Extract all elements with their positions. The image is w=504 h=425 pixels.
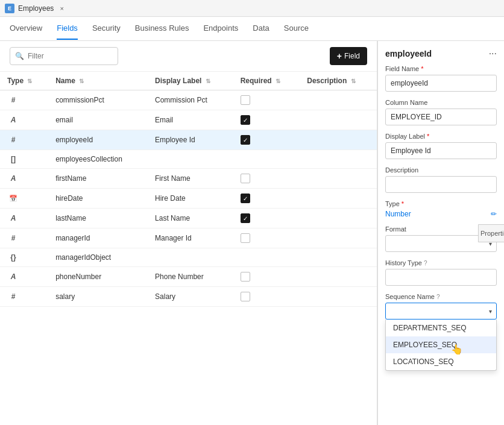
checkbox-unchecked[interactable] [241,233,250,243]
cell-name: hireDate [48,189,148,209]
sequence-name-input-wrap: ▾ [385,303,497,320]
field-name-input[interactable] [385,75,497,92]
field-name-required: * [421,65,423,72]
type-edit-icon[interactable]: ✏ [491,210,497,218]
nav-tabs: Overview Fields Security Business Rules … [0,17,504,41]
column-name-input[interactable] [385,109,497,125]
cell-display-label: Phone Number [148,267,233,287]
cell-display-label: Email [148,110,233,130]
table-row[interactable]: #salarySalary [0,287,377,307]
sequence-name-group: Sequence Name ? ▾ DEPARTMENTS_SEQ EMPLOY… [385,293,497,371]
column-name-label: Column Name [385,99,497,106]
tab-overview[interactable]: Overview [10,17,42,40]
search-icon: 🔍 [15,52,24,60]
tab-source[interactable]: Source [284,17,309,40]
history-type-help-icon[interactable]: ? [424,260,427,266]
left-panel: 🔍 + Field Type ⇅ Name [0,41,377,425]
col-required: Required ⇅ [233,72,300,90]
cell-display-label [148,248,233,267]
type-sort-icon[interactable]: ⇅ [27,78,32,84]
type-icon: A [7,116,19,124]
right-panel-header: employeeId ··· [378,41,504,59]
sequence-name-label: Sequence Name ? [385,293,497,300]
display-label-input[interactable] [385,142,497,159]
type-group: Type * Number ✏ [385,200,497,218]
table-row[interactable]: AphoneNumberPhone Number [0,267,377,287]
cell-required [233,287,300,307]
field-name-group: Field Name * [385,65,497,92]
add-field-button[interactable]: + Field [330,47,367,65]
type-icon: 📅 [7,195,19,203]
description-sort-icon[interactable]: ⇅ [351,78,356,84]
cell-type: A [0,169,48,189]
display-label-required: * [427,133,429,140]
cell-display-label: Commission Pct [148,90,233,110]
type-icon: {} [7,253,19,262]
dropdown-item-departments-seq[interactable]: DEPARTMENTS_SEQ [386,320,496,336]
checkbox-unchecked[interactable] [241,174,250,183]
table-row[interactable]: AfirstNameFirst Name [0,169,377,189]
table-wrap: Type ⇅ Name ⇅ Display Label ⇅ Required [0,72,377,425]
cell-required: ✓ [233,189,300,209]
checkbox-unchecked[interactable] [241,272,250,282]
checkbox-checked[interactable]: ✓ [241,194,250,203]
right-panel: employeeId ··· Field Name * Column Name [377,41,504,425]
cell-required: ✓ [233,110,300,130]
table-row[interactable]: AemailEmail✓ [0,110,377,130]
tab-security[interactable]: Security [92,17,121,40]
description-group: Description [385,166,497,193]
type-icon: # [7,96,19,104]
history-type-label: History Type ? [385,259,497,266]
table-row[interactable]: 📅hireDateHire Date✓ [0,189,377,209]
description-label: Description [385,166,497,174]
plus-icon: + [337,51,342,61]
dropdown-item-locations-seq[interactable]: LOCATIONS_SEQ [386,353,496,370]
filter-input[interactable] [28,52,106,60]
cell-display-label: Last Name [148,209,233,228]
cell-type: A [0,110,48,130]
cell-description [300,248,377,267]
col-display-label: Display Label ⇅ [148,72,233,90]
type-required: * [402,200,404,207]
tab-fields[interactable]: Fields [57,17,78,40]
tab-business-rules[interactable]: Business Rules [135,17,189,40]
title-bar-close[interactable]: × [60,5,63,12]
table-row[interactable]: []employeesCollection [0,150,377,169]
checkbox-unchecked[interactable] [241,292,250,301]
tab-endpoints[interactable]: Endpoints [203,17,238,40]
cell-type: [] [0,150,48,169]
table-row[interactable]: #commissionPctCommission Pct [0,90,377,110]
required-sort-icon[interactable]: ⇅ [276,78,280,84]
tab-data[interactable]: Data [253,17,269,40]
checkbox-unchecked[interactable] [241,95,250,105]
cell-name: salary [48,287,148,307]
table-row[interactable]: {}managerIdObject [0,248,377,267]
table-row[interactable]: #managerIdManager Id [0,228,377,248]
description-input[interactable] [385,176,497,193]
history-type-input[interactable] [385,269,497,286]
cell-name: firstName [48,169,148,189]
checkbox-checked[interactable]: ✓ [241,135,250,145]
sequence-dropdown-list: DEPARTMENTS_SEQ EMPLOYEES_SEQ 👆 LOCATION… [385,320,497,371]
display-sort-icon[interactable]: ⇅ [206,78,210,84]
cell-description [300,189,377,209]
sequence-name-input[interactable] [385,303,497,320]
sequence-name-help-icon[interactable]: ? [436,294,440,300]
cell-description [300,110,377,130]
dropdown-item-employees-seq[interactable]: EMPLOYEES_SEQ 👆 [386,336,496,353]
checkbox-checked[interactable]: ✓ [241,213,250,223]
checkbox-checked[interactable]: ✓ [241,115,250,125]
col-name: Name ⇅ [48,72,148,90]
type-icon: # [7,136,19,144]
filter-input-wrap: 🔍 [10,47,118,65]
cell-display-label: Employee Id [148,130,233,150]
panel-menu-icon[interactable]: ··· [489,48,497,59]
cell-required [233,150,300,169]
table-row[interactable]: #employeeIdEmployee Id✓ [0,130,377,150]
name-sort-icon[interactable]: ⇅ [79,78,84,84]
table-row[interactable]: AlastNameLast Name✓ [0,209,377,228]
fields-table: Type ⇅ Name ⇅ Display Label ⇅ Required [0,72,377,307]
cell-description [300,169,377,189]
cell-description [300,90,377,110]
display-label-group: Display Label * [385,133,497,159]
